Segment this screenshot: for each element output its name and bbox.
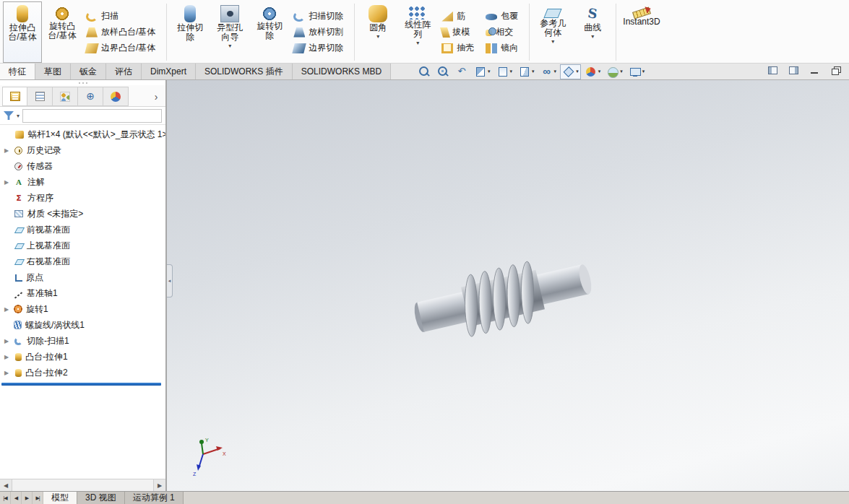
ribbon-button-revolve-cut[interactable]: 旋转切除 — [250, 1, 289, 63]
dropdown-caret-icon[interactable]: ▾ — [591, 33, 594, 40]
doc-tab-3D 视图[interactable]: 3D 视图 — [77, 492, 125, 504]
tree-item[interactable]: 右视基准面 — [0, 253, 165, 269]
view-orientation-button[interactable]: ▾ — [560, 64, 581, 79]
minimize-button[interactable] — [810, 66, 819, 77]
edit-appearance-button[interactable]: ▾ — [582, 64, 603, 79]
graphics-area[interactable]: ◂ — [167, 80, 849, 491]
ribbon-button-mirror[interactable]: 镜向 — [483, 40, 524, 56]
next-tab-button[interactable]: ▶ — [22, 492, 33, 504]
tree-item[interactable]: 上视基准面 — [0, 238, 165, 253]
tab-特征[interactable]: 特征 — [0, 64, 35, 79]
tab-钣金[interactable]: 钣金 — [71, 64, 106, 79]
ribbon-button-curves[interactable]: 曲线▾ — [573, 1, 612, 63]
tree-item[interactable]: 基准轴1 — [0, 285, 165, 301]
panel-tab-dimxpertmanager[interactable] — [78, 87, 103, 106]
dropdown-caret-icon[interactable]: ▾ — [598, 69, 601, 74]
tab-评估[interactable]: 评估 — [106, 64, 142, 79]
ribbon-button-hole-wizard[interactable]: 异型孔向导▾ — [210, 1, 249, 63]
scroll-left-icon[interactable]: ◀ — [0, 479, 12, 491]
dropdown-caret-icon[interactable]: ▾ — [228, 43, 231, 49]
doc-tab-运动算例 1[interactable]: 运动算例 1 — [125, 492, 184, 504]
apply-scene-button[interactable]: ▾ — [604, 64, 625, 79]
panel-collapse-handle[interactable]: ◂ — [167, 264, 173, 297]
ribbon-button-reference-geometry[interactable]: 参考几何体▾ — [533, 1, 572, 63]
panel-tab-propertymanager[interactable] — [27, 87, 53, 106]
dropdown-caret-icon[interactable]: ▾ — [532, 69, 535, 74]
filter-funnel-icon[interactable] — [4, 111, 14, 120]
dropdown-caret-icon[interactable]: ▾ — [576, 69, 579, 74]
last-tab-button[interactable]: ▶| — [33, 492, 43, 504]
tree-item[interactable]: ▶注解 — [0, 174, 165, 190]
panel-tab-configurationmanager[interactable] — [53, 87, 78, 106]
panel-grip[interactable] — [0, 80, 165, 85]
worm-gear-model[interactable] — [405, 240, 600, 356]
tab-SOLIDWORKS 插件[interactable]: SOLIDWORKS 插件 — [196, 64, 293, 79]
scrollbar-track[interactable] — [12, 479, 153, 491]
filter-input[interactable] — [22, 109, 162, 123]
tab-SOLIDWORKS MBD[interactable]: SOLIDWORKS MBD — [293, 64, 391, 79]
tree-item[interactable]: ▶凸台-拉伸1 — [0, 349, 165, 365]
dropdown-caret-icon[interactable]: ▾ — [642, 69, 645, 74]
panel-horizontal-scrollbar[interactable]: ◀ ▶ — [0, 479, 165, 491]
expand-arrow-icon[interactable]: ▶ — [3, 179, 10, 186]
3d-drawing-view-button[interactable]: ▾ — [494, 64, 515, 79]
ribbon-button-revolve-boss[interactable]: 旋转凸台/基体 — [43, 1, 82, 63]
expand-arrow-icon[interactable]: ▶ — [3, 306, 10, 313]
filter-caret-icon[interactable]: ▾ — [17, 113, 20, 119]
dropdown-caret-icon[interactable]: ▾ — [376, 33, 379, 40]
ribbon-button-sweep-boss[interactable]: 扫描 — [84, 9, 161, 24]
expand-arrow-icon[interactable]: ▶ — [3, 370, 10, 376]
tab-草图[interactable]: 草图 — [35, 64, 71, 79]
tree-item[interactable]: ▶旋转1 — [0, 301, 165, 317]
panel-tab-displaymanager[interactable] — [103, 87, 129, 106]
ribbon-button-loft-boss[interactable]: 放样凸台/基体 — [84, 25, 161, 40]
tree-item[interactable]: 原点 — [0, 269, 165, 285]
ribbon-button-instant3d[interactable]: Instant3D — [620, 1, 663, 63]
tree-item[interactable]: ▶历史记录 — [0, 142, 165, 158]
ribbon-button-sweep-cut[interactable]: 扫描切除 — [291, 9, 349, 24]
tree-item[interactable]: 传感器 — [0, 158, 165, 174]
ribbon-button-extrude-cut[interactable]: 拉伸切除 — [171, 1, 210, 63]
ribbon-button-shell[interactable]: 抽壳 — [439, 40, 480, 56]
tree-root-item[interactable]: 蜗杆1×4 (默认<<默认>_显示状态 1>) — [0, 127, 165, 142]
tab-DimXpert[interactable]: DimXpert — [142, 64, 196, 79]
ribbon-button-linear-pattern[interactable]: 线性阵列▾ — [398, 1, 437, 63]
tree-item[interactable]: ▶凸台-拉伸2 — [0, 365, 165, 381]
expand-arrow-icon[interactable]: ▶ — [3, 147, 10, 154]
section-view-button[interactable]: ▾ — [472, 64, 493, 79]
pane-right-button[interactable] — [789, 66, 798, 77]
ribbon-button-fillet[interactable]: 圆角▾ — [358, 1, 397, 63]
ribbon-button-intersect[interactable]: 相交 — [483, 25, 524, 40]
dropdown-caret-icon[interactable]: ▾ — [551, 38, 554, 45]
previous-view-button[interactable] — [453, 64, 470, 79]
pane-left-button[interactable] — [768, 66, 777, 77]
tree-item[interactable]: 方程序 — [0, 190, 165, 206]
rollback-bar[interactable] — [1, 383, 161, 386]
tree-item[interactable]: 材质 <未指定> — [0, 206, 165, 222]
tree-item[interactable]: 前视基准面 — [0, 222, 165, 238]
tree-item[interactable]: 螺旋线/涡状线1 — [0, 317, 165, 333]
zoom-to-area-button[interactable] — [434, 64, 452, 79]
dropdown-caret-icon[interactable]: ▾ — [416, 40, 419, 46]
ribbon-button-boundary-boss[interactable]: 边界凸台/基体 — [84, 40, 161, 56]
prev-tab-button[interactable]: ◀ — [11, 492, 22, 504]
dropdown-caret-icon[interactable]: ▾ — [554, 69, 557, 74]
ribbon-button-boundary-cut[interactable]: 边界切除 — [291, 40, 349, 56]
ribbon-button-draft[interactable]: 拔模 — [439, 25, 480, 40]
ribbon-button-wrap[interactable]: 包覆 — [483, 9, 524, 24]
expand-arrow-icon[interactable]: ▶ — [3, 338, 10, 344]
ribbon-button-rib[interactable]: 筋 — [439, 9, 480, 24]
scroll-right-icon[interactable]: ▶ — [153, 479, 165, 491]
hide-show-items-button[interactable]: ▾ — [538, 64, 559, 79]
panel-expand-chevron[interactable]: › — [149, 87, 163, 106]
ribbon-button-loft-cut[interactable]: 放样切割 — [291, 25, 349, 40]
dropdown-caret-icon[interactable]: ▾ — [620, 69, 623, 74]
panel-tab-featuremanager-tree[interactable] — [2, 87, 27, 106]
zoom-to-fit-button[interactable] — [415, 64, 433, 79]
view-settings-button[interactable]: ▾ — [626, 64, 647, 79]
ribbon-button-extrude-boss[interactable]: 拉伸凸台/基体 — [3, 1, 42, 63]
dropdown-caret-icon[interactable]: ▾ — [510, 69, 513, 74]
dropdown-caret-icon[interactable]: ▾ — [488, 69, 491, 74]
expand-arrow-icon[interactable]: ▶ — [3, 354, 10, 360]
restore-button[interactable] — [831, 66, 840, 77]
